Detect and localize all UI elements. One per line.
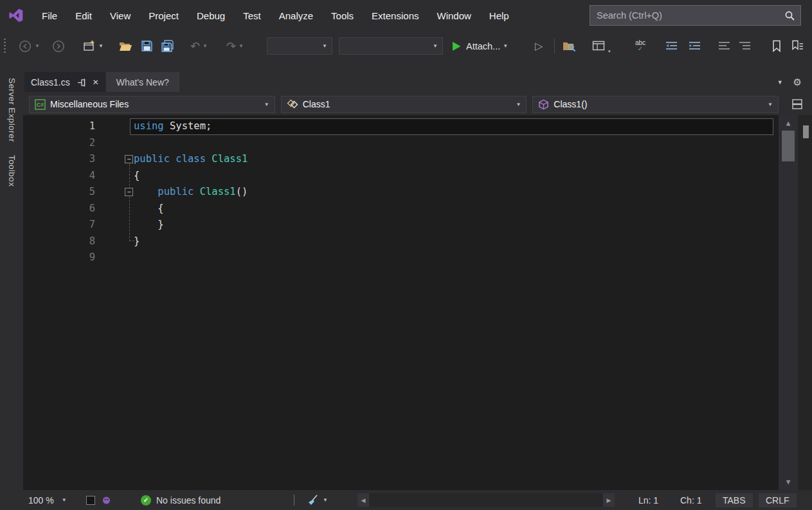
- chevron-down-icon[interactable]: ▼: [35, 43, 40, 49]
- toolbar-drag-handle[interactable]: [4, 39, 6, 54]
- search-box[interactable]: [590, 5, 801, 26]
- comment-lines-button[interactable]: [717, 31, 731, 61]
- member-dropdown[interactable]: Class1() ▼: [532, 96, 779, 113]
- platform-combobox[interactable]: ▼: [339, 37, 443, 55]
- collapse-icon[interactable]: −: [125, 155, 133, 163]
- indent-mode-indicator[interactable]: TABS: [716, 490, 753, 510]
- scroll-down-icon[interactable]: ▼: [779, 478, 798, 486]
- type-dropdown[interactable]: Class1 ▼: [281, 96, 527, 113]
- type-dropdown-value: Class1: [303, 99, 330, 109]
- line-number: 8: [23, 233, 100, 250]
- issues-message: No issues found: [156, 495, 221, 505]
- code-editor[interactable]: 1using System;23−public class Class14{5−…: [23, 115, 812, 490]
- menu-item-debug[interactable]: Debug: [188, 0, 234, 31]
- tab-label: Class1.cs: [31, 77, 70, 87]
- gear-icon[interactable]: ⚙: [793, 77, 802, 88]
- save-all-button[interactable]: [161, 31, 176, 61]
- tab-list-chevron-icon[interactable]: ▼: [777, 79, 783, 86]
- undo-button[interactable]: ↶ ▼: [190, 31, 208, 61]
- vertical-scrollbar[interactable]: ▲ ▼: [779, 115, 798, 490]
- code-line-9[interactable]: 9: [23, 250, 812, 266]
- scroll-up-icon[interactable]: ▲: [779, 119, 798, 127]
- menu-item-window[interactable]: Window: [428, 0, 480, 31]
- menu-item-file[interactable]: File: [33, 0, 66, 31]
- line-number: 4: [23, 168, 100, 185]
- split-window-icon[interactable]: [791, 98, 803, 110]
- menu-item-edit[interactable]: Edit: [66, 0, 101, 31]
- zoom-control[interactable]: 100 % ▼: [28, 490, 67, 510]
- side-tab-server-explorer[interactable]: Server Explorer: [7, 78, 17, 142]
- vertical-scrollbar-thumb[interactable]: [782, 131, 795, 161]
- tab-class1-cs[interactable]: Class1.cs ✕: [24, 72, 105, 92]
- chevron-down-icon[interactable]: ▼: [203, 43, 208, 49]
- fold-margin: [100, 217, 134, 233]
- find-in-files-button[interactable]: [562, 31, 576, 61]
- code-line-7[interactable]: 7 }: [23, 217, 812, 233]
- attach-button[interactable]: Attach... ▼: [451, 31, 508, 61]
- open-file-button[interactable]: [118, 31, 132, 61]
- navigate-forward-button[interactable]: [51, 31, 66, 61]
- member-dropdown-value: Class1(): [554, 99, 587, 109]
- redo-button[interactable]: ↷ ▼: [226, 31, 244, 61]
- start-without-debugging-button[interactable]: ▷: [535, 31, 543, 61]
- chevron-down-icon[interactable]: ▼: [323, 497, 328, 503]
- menu-item-extensions[interactable]: Extensions: [363, 0, 428, 31]
- code-line-6[interactable]: 6 {: [23, 201, 812, 217]
- menu-item-view[interactable]: View: [101, 0, 140, 31]
- code-text: public class Class1: [134, 151, 248, 168]
- project-dropdown[interactable]: C# Miscellaneous Files ▼: [29, 96, 275, 113]
- menu-item-project[interactable]: Project: [140, 0, 188, 31]
- bookmark-button[interactable]: [770, 31, 783, 61]
- menu-item-tools[interactable]: Tools: [322, 0, 363, 31]
- configuration-combobox[interactable]: ▼: [267, 37, 332, 55]
- menu-item-analyze[interactable]: Analyze: [270, 0, 322, 31]
- code-line-4[interactable]: 4{: [23, 168, 812, 185]
- scroll-left-icon[interactable]: ◀: [357, 493, 369, 507]
- chevron-down-icon[interactable]: ▼: [98, 43, 104, 49]
- extension-status-icon[interactable]: [102, 490, 111, 510]
- uncomment-lines-button[interactable]: [738, 31, 752, 61]
- chevron-down-icon[interactable]: ▾: [608, 49, 611, 54]
- chevron-down-icon[interactable]: ▼: [239, 43, 244, 49]
- search-input[interactable]: [590, 10, 779, 21]
- bookmark-window-button[interactable]: [791, 31, 804, 61]
- chevron-down-icon: ▼: [433, 43, 438, 49]
- chevron-down-icon[interactable]: ▼: [503, 43, 508, 49]
- fold-margin: [100, 118, 134, 135]
- code-line-2[interactable]: 2: [23, 135, 812, 152]
- document-well: Class1.cs ✕ What's New? ▼ ⚙ C#: [23, 61, 812, 490]
- tab-label: What's New?: [116, 77, 169, 87]
- menu-item-help[interactable]: Help: [480, 0, 518, 31]
- horizontal-scrollbar[interactable]: [369, 493, 603, 507]
- scroll-right-icon[interactable]: ▶: [603, 493, 615, 507]
- code-line-3[interactable]: 3−public class Class1: [23, 151, 812, 168]
- pin-icon[interactable]: [77, 78, 86, 87]
- tab-whats-new[interactable]: What's New?: [106, 72, 179, 92]
- outdent-button[interactable]: [665, 31, 678, 61]
- line-number: 5: [23, 184, 100, 201]
- attach-label: Attach...: [466, 41, 500, 51]
- line-indicator[interactable]: Ln: 1: [638, 490, 658, 510]
- line-ending-indicator[interactable]: CRLF: [759, 490, 797, 510]
- vs-window: FileEditViewProjectDebugTestAnalyzeTools…: [0, 0, 812, 510]
- menu-bar: FileEditViewProjectDebugTestAnalyzeTools…: [0, 0, 812, 31]
- code-line-8[interactable]: 8}: [23, 233, 812, 250]
- side-tab-toolbox[interactable]: Toolbox: [7, 155, 17, 187]
- solution-explorer-button[interactable]: ▾: [591, 31, 611, 61]
- code-line-5[interactable]: 5− public Class1(): [23, 184, 812, 201]
- search-icon[interactable]: [779, 10, 800, 21]
- code-line-1[interactable]: 1using System;: [23, 118, 812, 135]
- close-icon[interactable]: ✕: [93, 78, 99, 87]
- spell-check-button[interactable]: abc ✓: [635, 31, 645, 61]
- save-button[interactable]: [140, 31, 154, 61]
- editor-margin-icon-a[interactable]: [86, 490, 95, 510]
- issues-status[interactable]: ✓ No issues found: [141, 490, 221, 510]
- chevron-down-icon: ▼: [322, 43, 327, 49]
- menu-item-test[interactable]: Test: [234, 0, 270, 31]
- new-project-button[interactable]: ▼: [82, 31, 104, 61]
- indent-button[interactable]: [688, 31, 701, 61]
- code-cleanup-button[interactable]: ▼: [307, 490, 328, 510]
- navigate-back-button[interactable]: ▼: [18, 31, 40, 61]
- column-indicator[interactable]: Ch: 1: [680, 490, 701, 510]
- collapse-icon[interactable]: −: [125, 188, 133, 196]
